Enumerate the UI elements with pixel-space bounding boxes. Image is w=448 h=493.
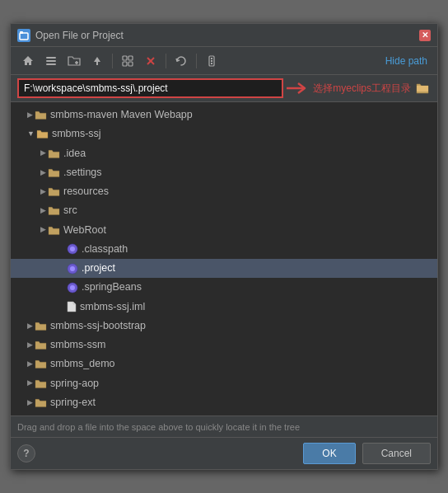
- tree-item[interactable]: ▶ spring-ext: [11, 393, 437, 412]
- status-text: Drag and drop a file into the space abov…: [17, 422, 300, 432]
- footer: ? OK Cancel: [11, 437, 437, 469]
- up-folder-button[interactable]: [86, 51, 108, 71]
- hide-path-button[interactable]: Hide path: [382, 54, 431, 68]
- tree-item[interactable]: ▶ .settings: [11, 163, 437, 182]
- svg-rect-10: [128, 62, 133, 66]
- svg-rect-2: [46, 57, 56, 59]
- help-button[interactable]: ?: [17, 444, 35, 462]
- tree-item-label: spring-aop: [50, 375, 99, 392]
- tree-item-label: spring-ext: [50, 394, 96, 411]
- tree-item[interactable]: ▼ smbms-ssj: [11, 124, 437, 143]
- toggle-button[interactable]: [117, 51, 138, 71]
- tree-item[interactable]: ▶ src: [11, 201, 437, 220]
- tree-item[interactable]: ▶ spring-aop: [11, 374, 437, 393]
- tree-item-label: .project: [82, 260, 115, 277]
- tree-item-label: src: [63, 202, 77, 219]
- svg-rect-16: [211, 63, 212, 64]
- toolbar-separator-3: [196, 54, 197, 68]
- footer-right: OK Cancel: [303, 443, 431, 464]
- tree-item-label: .classpath: [82, 241, 128, 258]
- tree-item[interactable]: ▶ smbms-ssj-bootstrap: [11, 317, 437, 336]
- svg-rect-9: [123, 62, 127, 66]
- tree-item[interactable]: ▶ smbms-maven Maven Webapp: [11, 106, 437, 124]
- dialog-icon: [17, 29, 30, 42]
- svg-rect-3: [46, 60, 56, 62]
- tree-item[interactable]: ▶ smbms-ssm: [11, 336, 437, 354]
- path-arrow: [287, 81, 310, 96]
- list-view-button[interactable]: [40, 51, 62, 71]
- toolbar: Hide path: [11, 47, 437, 75]
- svg-point-21: [70, 266, 75, 271]
- tree-item-label: .springBeans: [82, 279, 142, 296]
- tree-item-label: .settings: [63, 164, 102, 181]
- status-bar: Drag and drop a file into the space abov…: [11, 416, 437, 437]
- close-button[interactable]: ✕: [419, 30, 431, 41]
- dialog-title: Open File or Project: [35, 30, 124, 41]
- refresh-button[interactable]: [170, 51, 192, 71]
- svg-point-19: [70, 246, 75, 251]
- path-input[interactable]: [17, 78, 283, 98]
- path-bar: 选择myeclips工程目录: [11, 75, 437, 102]
- toolbar-buttons: [17, 51, 222, 71]
- tree-item-label: .idea: [63, 145, 86, 162]
- svg-rect-1: [20, 31, 23, 34]
- dialog: Open File or Project ✕: [10, 23, 438, 470]
- tree-item[interactable]: ▶ WebRoot: [11, 221, 437, 240]
- ok-button[interactable]: OK: [303, 443, 355, 464]
- toolbar-separator-1: [112, 54, 113, 68]
- title-bar: Open File or Project ✕: [11, 24, 437, 47]
- tree-item-label: resources: [63, 183, 109, 200]
- svg-rect-8: [128, 56, 133, 60]
- settings-button[interactable]: [201, 51, 222, 71]
- tree-item-label: WebRoot: [63, 222, 106, 239]
- tree-item[interactable]: .springBeans: [11, 278, 437, 297]
- svg-rect-4: [46, 63, 56, 65]
- title-bar-left: Open File or Project: [17, 29, 124, 42]
- svg-rect-7: [123, 56, 127, 60]
- file-tree: ▶ smbms-maven Maven Webapp▼ smbms-ssj▶ .…: [11, 102, 437, 416]
- tree-item[interactable]: .project: [11, 259, 437, 278]
- tree-item-label: smbms-maven Maven Webapp: [50, 106, 193, 124]
- tree-item[interactable]: ▶ smbms_demo: [11, 354, 437, 373]
- tree-item[interactable]: smbms-ssj.iml: [11, 298, 437, 317]
- new-folder-button[interactable]: [63, 51, 85, 71]
- tree-item[interactable]: .classpath: [11, 240, 437, 259]
- toolbar-separator-2: [166, 54, 166, 68]
- svg-point-23: [70, 285, 75, 290]
- tree-item[interactable]: ▶ .idea: [11, 144, 437, 163]
- home-button[interactable]: [17, 51, 39, 71]
- svg-rect-0: [20, 33, 28, 40]
- svg-rect-14: [211, 58, 212, 59]
- tree-item-label: smbms_demo: [50, 355, 115, 373]
- tree-item[interactable]: ▶ resources: [11, 182, 437, 201]
- path-hint: 选择myeclips工程目录: [313, 82, 411, 96]
- tree-item-label: smbms-ssj.iml: [80, 298, 145, 316]
- tree-item-label: smbms-ssj: [52, 125, 101, 143]
- cancel-button[interactable]: Cancel: [362, 443, 431, 464]
- path-folder-button[interactable]: [414, 79, 431, 97]
- tree-item-label: smbms-ssj-bootstrap: [50, 317, 146, 335]
- tree-item-label: smbms-ssm: [50, 336, 105, 354]
- footer-left: ?: [17, 444, 35, 462]
- delete-button[interactable]: [140, 51, 161, 71]
- svg-rect-15: [211, 60, 212, 62]
